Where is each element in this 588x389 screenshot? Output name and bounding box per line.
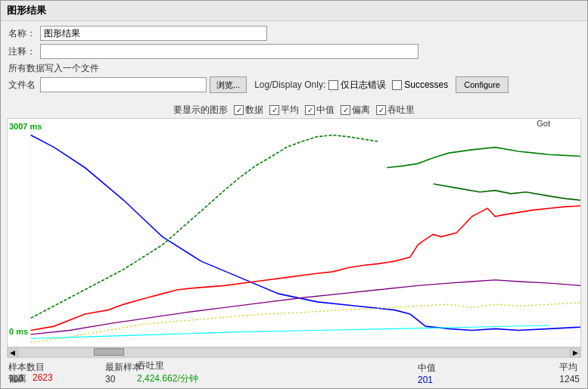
- name-input[interactable]: [40, 26, 267, 41]
- data-checkbox[interactable]: 数据: [234, 104, 263, 117]
- chart-area: 3007 ms 0 ms: [7, 118, 581, 347]
- throughput-stat-value: 2,424.662/分钟: [137, 372, 198, 385]
- status-bar: 样本数目 700 最新样本 30 平均 1245 偏离 2623 吞吐里 2,4…: [1, 358, 587, 388]
- data-label: 数据: [245, 104, 263, 117]
- horizontal-scrollbar[interactable]: ◀ ▶: [7, 347, 581, 358]
- name-label: 名称：: [8, 27, 40, 40]
- log-errors-check-icon: [328, 80, 338, 90]
- median-label: 中值: [316, 104, 334, 117]
- average-stat-label: 平均: [559, 361, 577, 374]
- form-area: 名称： 注释： 所有数据写入一个文件 文件名 浏览... Log/Display…: [1, 21, 587, 101]
- scroll-left-button[interactable]: ◀: [8, 348, 18, 357]
- deviation-checkbox[interactable]: 偏离: [341, 104, 370, 117]
- median-stat: 中值 201: [418, 362, 436, 385]
- name-row: 名称：: [8, 26, 580, 41]
- file-row: 文件名 浏览... Log/Display Only: 仅日志错误 Succes…: [8, 76, 580, 93]
- throughput-stat-label: 吞吐里: [137, 359, 164, 372]
- scroll-right-button[interactable]: ▶: [570, 348, 580, 357]
- median-stat-label: 中值: [418, 362, 436, 375]
- throughput-label: 吞吐里: [387, 104, 415, 117]
- filename-input[interactable]: [40, 77, 207, 92]
- latest-sample-label: 最新样本: [105, 361, 142, 374]
- deviation-stat-value: 2623: [33, 372, 53, 385]
- latest-sample-stat: 最新样本 30: [105, 361, 142, 385]
- log-display-label: Log/Display Only:: [254, 79, 325, 90]
- comment-label: 注释：: [8, 45, 40, 58]
- main-window: 图形结果 名称： 注释： 所有数据写入一个文件 文件名 浏览... Log/Di…: [0, 0, 588, 389]
- throughput-stat: 吞吐里 2,424.662/分钟: [137, 359, 198, 385]
- throughput-checkbox[interactable]: 吞吐里: [376, 104, 415, 117]
- y-axis-bottom-label: 0 ms: [9, 327, 28, 336]
- deviation-stat-label: 偏离: [8, 372, 26, 385]
- graph-options-bar: 要显示的图形 数据 平均 中值 偏离 吞吐里: [1, 101, 587, 118]
- chart-svg: [8, 119, 580, 347]
- got-text-label: Got: [537, 119, 550, 128]
- successes-check-icon: [392, 80, 402, 90]
- comment-row: 注释：: [8, 44, 580, 59]
- window-title: 图形结果: [7, 5, 46, 16]
- comment-input[interactable]: [40, 44, 418, 59]
- average-label: 平均: [281, 104, 299, 117]
- median-stat-value: 201: [418, 375, 433, 385]
- successes-label: Successes: [404, 79, 448, 90]
- median-check-icon: [305, 105, 315, 115]
- data-check-icon: [234, 105, 244, 115]
- log-errors-label: 仅日志错误: [341, 79, 386, 92]
- average-checkbox[interactable]: 平均: [269, 104, 299, 117]
- bottom-left-stats: 偏离 2623: [8, 372, 53, 385]
- average-stat: 平均 1245: [559, 361, 580, 385]
- successes-checkbox[interactable]: Successes: [392, 79, 448, 90]
- throughput-check-icon: [376, 105, 386, 115]
- title-bar: 图形结果: [1, 1, 587, 21]
- y-axis-top-label: 3007 ms: [9, 122, 42, 131]
- scrollbar-thumb[interactable]: [94, 348, 124, 356]
- deviation-check-icon: [341, 105, 350, 115]
- log-errors-checkbox[interactable]: 仅日志错误: [328, 79, 386, 92]
- deviation-label: 偏离: [352, 104, 370, 117]
- browse-button[interactable]: 浏览...: [210, 76, 247, 93]
- latest-sample-value: 30: [105, 374, 115, 384]
- all-data-label: 所有数据写入一个文件: [8, 62, 580, 75]
- median-checkbox[interactable]: 中值: [305, 104, 334, 117]
- average-check-icon: [269, 105, 279, 115]
- graph-options-label: 要显示的图形: [173, 104, 228, 117]
- configure-button[interactable]: Configure: [456, 76, 509, 93]
- filename-label: 文件名: [8, 79, 40, 92]
- average-stat-value: 1245: [559, 374, 580, 384]
